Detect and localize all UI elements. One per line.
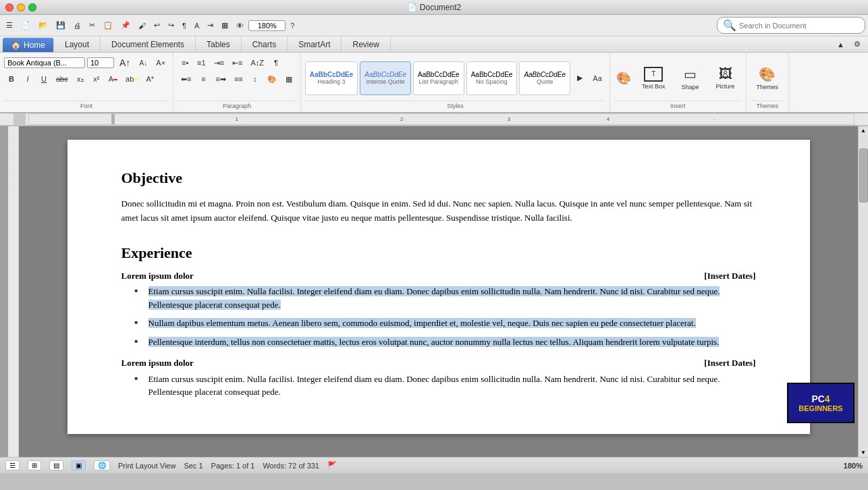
show-para-btn[interactable]: ¶ [269,55,283,70]
open-button[interactable]: 📂 [35,19,51,32]
align-left-btn[interactable]: ⬅≡ [178,72,194,86]
zoom-help[interactable]: ? [287,20,298,32]
sort-btn[interactable]: A↕Z [248,55,268,70]
close-button[interactable] [5,3,13,11]
highlight-btn[interactable]: ab▬ [122,72,141,86]
list-indent-btn[interactable]: ⇥≡ [211,55,227,70]
layout-button[interactable]: ▦ [218,19,232,32]
view-print-btn[interactable]: ▣ [72,460,86,470]
maximize-button[interactable] [28,3,36,11]
paragraph-section: ≡• ≡1 ⇥≡ ⇤≡ A↕Z ¶ ⬅≡ ≡ ≡➡ ≡≡ ↕ 🎨 ▦ Para [173,53,301,112]
textbox-btn[interactable]: T Text Box [636,58,672,99]
view-outline-btn[interactable]: ▤ [49,460,63,470]
document-container[interactable]: Objective Donec sollicitudin mi et magna… [19,126,858,457]
line-spacing-btn[interactable]: ↕ [248,72,263,86]
ruler: 1 2 3 4 · [0,113,868,126]
superscript-btn[interactable]: x² [89,72,104,86]
format-button[interactable]: A [191,20,202,32]
tab-smartart[interactable]: SmartArt [288,36,342,52]
zoom-display[interactable]: 180% [248,20,286,31]
strikethrough-button[interactable]: abc [53,72,72,86]
search-input[interactable] [739,22,859,30]
tab-home[interactable]: 🏠 Home [3,38,54,52]
window-controls[interactable] [5,3,36,11]
style-list-paragraph[interactable]: AaBbCcDdEe List Paragraph [413,61,464,95]
shape-btn[interactable]: ▭ Shape [674,58,707,99]
tab-tables[interactable]: Tables [196,36,242,52]
subscript-btn[interactable]: x₂ [73,72,88,86]
view-list-btn[interactable]: ☰ [5,460,20,470]
numbered-list-btn[interactable]: ≡1 [194,55,209,70]
font-section: A↑ A↓ A× B I U abc x₂ x² A▬ ab▬ A* Font [0,53,173,112]
styles-set-btn[interactable]: 🎨 [614,69,633,88]
left-margin: ···· [0,126,19,457]
grow-font-btn[interactable]: A↑ [116,55,134,70]
experience-heading: Experience [121,242,756,264]
view-web-btn[interactable]: 🌐 [94,460,110,470]
pilcrow-button[interactable]: ¶ [179,20,190,32]
badge-line2: BEGINNERS [798,404,842,412]
styles-dialog-btn[interactable]: Aa [589,70,605,86]
italic-button[interactable]: I [20,72,35,86]
styles-expand-btn[interactable]: ▶ [572,58,587,99]
scrollbar-right[interactable]: ▲ ▼ [858,126,868,457]
font-effects-btn[interactable]: A* [142,72,157,86]
undo-button[interactable]: ↩ [151,19,163,32]
style-no-spacing[interactable]: AaBbCcDdEe No Spacing [466,61,518,95]
app-menu-button[interactable]: ☰ [3,19,16,32]
scrollbar-thumb[interactable] [859,148,868,202]
search-document-box[interactable]: 🔍 [717,17,865,34]
view-label: Print Layout View [118,462,175,470]
shape-icon: ▭ [684,66,697,82]
view-button[interactable]: 👁 [233,20,247,32]
underline-button[interactable]: U [36,72,51,86]
redo-button[interactable]: ↪ [165,19,178,32]
entry1-dates: [Insert Dates] [704,269,755,283]
tab-review[interactable]: Review [342,36,390,52]
indent-button[interactable]: ⇥ [204,19,217,32]
cut-button[interactable]: ✂ [86,19,99,32]
themes-btn[interactable]: 🎨 Themes [751,58,785,99]
print-button[interactable]: 🖨 [70,20,84,32]
paragraph-section-label: Paragraph [178,101,296,109]
bold-button[interactable]: B [4,72,19,86]
align-right-btn[interactable]: ≡➡ [213,72,229,86]
paste-button[interactable]: 📌 [117,19,134,32]
textbox-icon: T [644,67,663,82]
styles-section: AaBbCcDdEe Heading 3 AaBbCcDdEe Intense … [301,53,610,112]
ribbon-settings[interactable]: ⚙ [850,38,864,51]
tab-layout[interactable]: Layout [54,36,101,52]
shading-btn[interactable]: 🎨 [264,72,280,86]
tab-document-elements[interactable]: Document Elements [101,36,196,52]
bullet-list-btn[interactable]: ≡• [178,55,192,70]
badge-line1: PC4 [811,393,830,404]
main-area: ···· Objective Donec sollicitudin mi et … [0,126,868,457]
list-outdent-btn[interactable]: ⇤≡ [229,55,246,70]
copy-button[interactable]: 📋 [100,19,116,32]
ribbon-collapse[interactable]: ▲ [834,38,848,51]
clear-format-btn[interactable]: A× [153,55,169,70]
style-intense-quote[interactable]: AaBbCcDdEe Intense Quote [360,61,411,95]
brush-button[interactable]: 🖌 [135,20,149,32]
font-size-input[interactable] [87,57,114,68]
search-icon: 🔍 [723,19,736,32]
style-quote[interactable]: AaBbCcDdEe Quote [519,61,570,95]
picture-icon: 🖼 [719,66,732,82]
font-name-input[interactable] [4,57,85,68]
font-color-btn[interactable]: A▬ [105,72,121,86]
borders-btn[interactable]: ▦ [281,72,296,86]
flag-icon: 🚩 [327,461,337,470]
style-heading3[interactable]: AaBbCcDdEe Heading 3 [305,61,358,95]
statusbar: ☰ ⊞ ▤ ▣ 🌐 Print Layout View Sec 1 Pages:… [0,457,868,473]
new-button[interactable]: 📄 [18,19,34,32]
minimize-button[interactable] [17,3,25,11]
shrink-font-btn[interactable]: A↓ [136,55,151,70]
align-center-btn[interactable]: ≡ [196,72,211,86]
tab-charts[interactable]: Charts [242,36,288,52]
view-grid-btn[interactable]: ⊞ [28,460,41,470]
entry2-title: Lorem ipsum dolor [121,356,194,370]
justify-btn[interactable]: ≡≡ [231,72,246,86]
entry1-title: Lorem ipsum dolor [121,269,194,283]
picture-btn[interactable]: 🖼 Picture [709,58,742,99]
save-button[interactable]: 💾 [53,19,69,32]
